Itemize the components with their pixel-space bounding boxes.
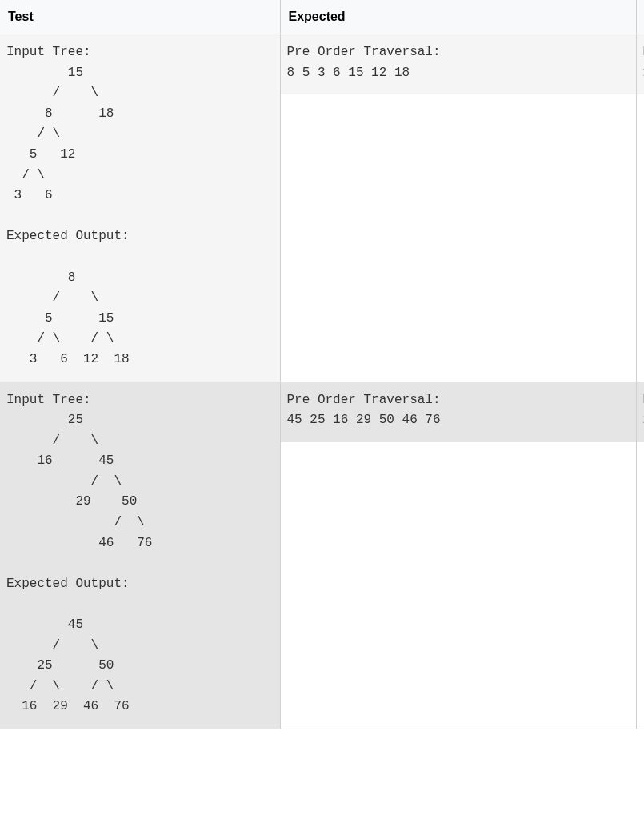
expected-content: Pre Order Traversal: 45 25 16 29 50 46 7… [281,382,636,442]
results-table: Test Expected G Input Tree: 15 / \ 8 18 … [0,0,644,729]
table-header-row: Test Expected G [0,0,644,34]
header-expected: Expected [280,0,636,34]
cell-expected: Pre Order Traversal: 45 25 16 29 50 46 7… [280,382,636,729]
test-content: Input Tree: 15 / \ 8 18 / \ 5 12 / \ 3 6… [0,34,280,382]
got-content: P 2 [637,382,645,442]
cell-got: P 1 [636,34,644,382]
cell-got: P 2 [636,382,644,729]
table-row: Input Tree: 25 / \ 16 45 / \ 29 50 / \ 4… [0,382,644,729]
got-content: P 1 [637,34,645,94]
table-row: Input Tree: 15 / \ 8 18 / \ 5 12 / \ 3 6… [0,34,644,382]
cell-test: Input Tree: 15 / \ 8 18 / \ 5 12 / \ 3 6… [0,34,280,382]
header-test: Test [0,0,280,34]
test-content: Input Tree: 25 / \ 16 45 / \ 29 50 / \ 4… [0,382,280,729]
cell-expected: Pre Order Traversal: 8 5 3 6 15 12 18 [280,34,636,382]
cell-test: Input Tree: 25 / \ 16 45 / \ 29 50 / \ 4… [0,382,280,729]
header-got: G [636,0,644,34]
expected-content: Pre Order Traversal: 8 5 3 6 15 12 18 [281,34,636,94]
